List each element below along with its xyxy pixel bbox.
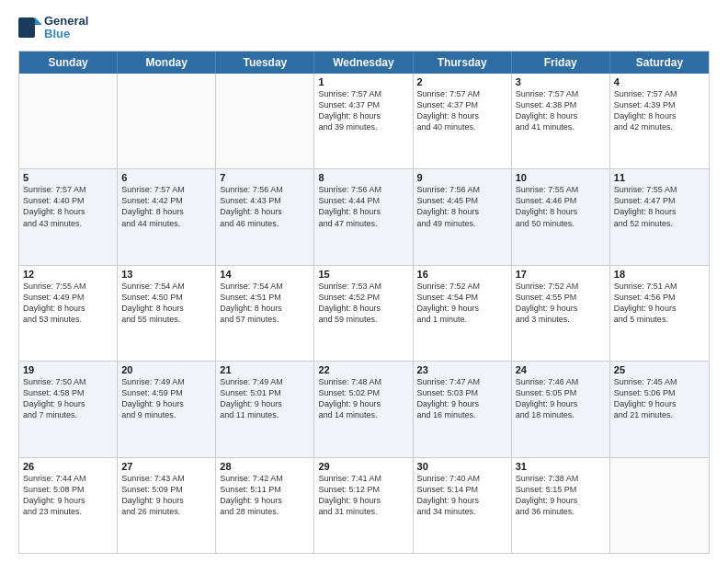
calendar-row-2: 5Sunrise: 7:57 AM Sunset: 4:40 PM Daylig… [19, 169, 709, 265]
calendar-cell-day-25: 25Sunrise: 7:45 AM Sunset: 5:06 PM Dayli… [610, 362, 709, 456]
header-day-thursday: Thursday [414, 52, 512, 74]
day-info: Sunrise: 7:48 AM Sunset: 5:02 PM Dayligh… [318, 376, 408, 421]
calendar-cell-day-15: 15Sunrise: 7:53 AM Sunset: 4:52 PM Dayli… [314, 266, 413, 361]
calendar-cell-empty [19, 74, 118, 168]
calendar-cell-day-11: 11Sunrise: 7:55 AM Sunset: 4:47 PM Dayli… [610, 169, 709, 264]
logo: General Blue [18, 15, 88, 41]
calendar-cell-day-4: 4Sunrise: 7:57 AM Sunset: 4:39 PM Daylig… [610, 74, 709, 168]
day-number: 30 [417, 461, 507, 472]
calendar-cell-empty [610, 458, 709, 553]
day-number: 14 [220, 269, 310, 280]
day-info: Sunrise: 7:45 AM Sunset: 5:06 PM Dayligh… [614, 376, 705, 421]
day-number: 6 [121, 172, 211, 183]
calendar-cell-day-23: 23Sunrise: 7:47 AM Sunset: 5:03 PM Dayli… [414, 362, 512, 456]
calendar-cell-day-19: 19Sunrise: 7:50 AM Sunset: 4:58 PM Dayli… [19, 362, 118, 456]
day-info: Sunrise: 7:52 AM Sunset: 4:54 PM Dayligh… [417, 281, 507, 326]
header: General Blue [18, 15, 710, 41]
day-info: Sunrise: 7:44 AM Sunset: 5:08 PM Dayligh… [23, 473, 113, 518]
logo-line1: General [44, 15, 88, 28]
day-number: 27 [121, 461, 211, 472]
day-info: Sunrise: 7:57 AM Sunset: 4:39 PM Dayligh… [614, 88, 705, 133]
calendar-cell-day-26: 26Sunrise: 7:44 AM Sunset: 5:08 PM Dayli… [19, 458, 118, 553]
day-number: 19 [23, 364, 113, 375]
logo-line2: Blue [44, 28, 88, 40]
logo-graphic-icon [18, 17, 42, 38]
day-info: Sunrise: 7:56 AM Sunset: 4:44 PM Dayligh… [318, 184, 408, 229]
calendar-cell-day-1: 1Sunrise: 7:57 AM Sunset: 4:37 PM Daylig… [314, 74, 413, 168]
day-info: Sunrise: 7:51 AM Sunset: 4:56 PM Dayligh… [614, 281, 705, 326]
calendar-cell-day-24: 24Sunrise: 7:46 AM Sunset: 5:05 PM Dayli… [512, 362, 610, 456]
day-number: 22 [318, 364, 408, 375]
calendar-header: SundayMondayTuesdayWednesdayThursdayFrid… [19, 52, 709, 74]
day-info: Sunrise: 7:46 AM Sunset: 5:05 PM Dayligh… [516, 376, 606, 421]
day-info: Sunrise: 7:38 AM Sunset: 5:15 PM Dayligh… [516, 473, 606, 518]
day-info: Sunrise: 7:56 AM Sunset: 4:45 PM Dayligh… [417, 184, 507, 229]
day-info: Sunrise: 7:50 AM Sunset: 4:58 PM Dayligh… [23, 376, 113, 421]
day-number: 7 [220, 172, 310, 183]
day-number: 12 [23, 269, 113, 280]
calendar-cell-day-9: 9Sunrise: 7:56 AM Sunset: 4:45 PM Daylig… [414, 169, 512, 264]
day-number: 13 [121, 269, 211, 280]
calendar-cell-empty [118, 74, 216, 168]
svg-rect-0 [18, 17, 35, 38]
header-day-saturday: Saturday [610, 52, 709, 74]
calendar-cell-day-30: 30Sunrise: 7:40 AM Sunset: 5:14 PM Dayli… [414, 458, 512, 553]
calendar: SundayMondayTuesdayWednesdayThursdayFrid… [18, 51, 710, 554]
day-number: 17 [516, 269, 606, 280]
day-number: 25 [614, 364, 705, 375]
day-info: Sunrise: 7:57 AM Sunset: 4:37 PM Dayligh… [417, 88, 507, 133]
day-info: Sunrise: 7:57 AM Sunset: 4:37 PM Dayligh… [318, 88, 408, 133]
day-number: 21 [220, 364, 310, 375]
day-number: 31 [516, 461, 606, 472]
day-number: 9 [417, 172, 507, 183]
calendar-cell-day-5: 5Sunrise: 7:57 AM Sunset: 4:40 PM Daylig… [19, 169, 118, 264]
header-day-wednesday: Wednesday [314, 52, 413, 74]
calendar-cell-day-31: 31Sunrise: 7:38 AM Sunset: 5:15 PM Dayli… [512, 458, 610, 553]
calendar-row-1: 1Sunrise: 7:57 AM Sunset: 4:37 PM Daylig… [19, 74, 709, 169]
day-number: 23 [417, 364, 507, 375]
day-info: Sunrise: 7:57 AM Sunset: 4:40 PM Dayligh… [23, 184, 113, 229]
calendar-cell-day-2: 2Sunrise: 7:57 AM Sunset: 4:37 PM Daylig… [414, 74, 512, 168]
page: General Blue SundayMondayTuesdayWednesda… [0, 0, 728, 563]
day-info: Sunrise: 7:55 AM Sunset: 4:47 PM Dayligh… [614, 184, 705, 229]
day-info: Sunrise: 7:49 AM Sunset: 5:01 PM Dayligh… [220, 376, 310, 421]
header-day-monday: Monday [118, 52, 216, 74]
day-number: 4 [614, 76, 705, 87]
calendar-cell-empty [216, 74, 314, 168]
calendar-row-4: 19Sunrise: 7:50 AM Sunset: 4:58 PM Dayli… [19, 362, 709, 457]
header-day-tuesday: Tuesday [216, 52, 314, 74]
day-number: 24 [516, 364, 606, 375]
header-day-sunday: Sunday [19, 52, 118, 74]
calendar-cell-day-18: 18Sunrise: 7:51 AM Sunset: 4:56 PM Dayli… [610, 266, 709, 361]
calendar-cell-day-22: 22Sunrise: 7:48 AM Sunset: 5:02 PM Dayli… [314, 362, 413, 456]
day-info: Sunrise: 7:47 AM Sunset: 5:03 PM Dayligh… [417, 376, 507, 421]
calendar-cell-day-13: 13Sunrise: 7:54 AM Sunset: 4:50 PM Dayli… [118, 266, 216, 361]
calendar-cell-day-29: 29Sunrise: 7:41 AM Sunset: 5:12 PM Dayli… [314, 458, 413, 553]
svg-marker-1 [35, 17, 42, 25]
day-info: Sunrise: 7:55 AM Sunset: 4:46 PM Dayligh… [516, 184, 606, 229]
calendar-cell-day-27: 27Sunrise: 7:43 AM Sunset: 5:09 PM Dayli… [118, 458, 216, 553]
day-number: 10 [516, 172, 606, 183]
day-number: 5 [23, 172, 113, 183]
day-number: 15 [318, 269, 408, 280]
calendar-cell-day-28: 28Sunrise: 7:42 AM Sunset: 5:11 PM Dayli… [216, 458, 314, 553]
calendar-cell-day-17: 17Sunrise: 7:52 AM Sunset: 4:55 PM Dayli… [512, 266, 610, 361]
day-number: 2 [417, 76, 507, 87]
day-info: Sunrise: 7:43 AM Sunset: 5:09 PM Dayligh… [121, 473, 211, 518]
day-info: Sunrise: 7:57 AM Sunset: 4:38 PM Dayligh… [516, 88, 606, 133]
day-info: Sunrise: 7:56 AM Sunset: 4:43 PM Dayligh… [220, 184, 310, 229]
day-info: Sunrise: 7:53 AM Sunset: 4:52 PM Dayligh… [318, 281, 408, 326]
day-info: Sunrise: 7:54 AM Sunset: 4:50 PM Dayligh… [121, 281, 211, 326]
day-info: Sunrise: 7:41 AM Sunset: 5:12 PM Dayligh… [318, 473, 408, 518]
calendar-cell-day-8: 8Sunrise: 7:56 AM Sunset: 4:44 PM Daylig… [314, 169, 413, 264]
calendar-cell-day-16: 16Sunrise: 7:52 AM Sunset: 4:54 PM Dayli… [414, 266, 512, 361]
day-number: 3 [516, 76, 606, 87]
day-info: Sunrise: 7:49 AM Sunset: 4:59 PM Dayligh… [121, 376, 211, 421]
calendar-cell-day-21: 21Sunrise: 7:49 AM Sunset: 5:01 PM Dayli… [216, 362, 314, 456]
calendar-cell-day-20: 20Sunrise: 7:49 AM Sunset: 4:59 PM Dayli… [118, 362, 216, 456]
day-number: 16 [417, 269, 507, 280]
day-info: Sunrise: 7:54 AM Sunset: 4:51 PM Dayligh… [220, 281, 310, 326]
day-number: 11 [614, 172, 705, 183]
day-number: 18 [614, 269, 705, 280]
calendar-cell-day-3: 3Sunrise: 7:57 AM Sunset: 4:38 PM Daylig… [512, 74, 610, 168]
